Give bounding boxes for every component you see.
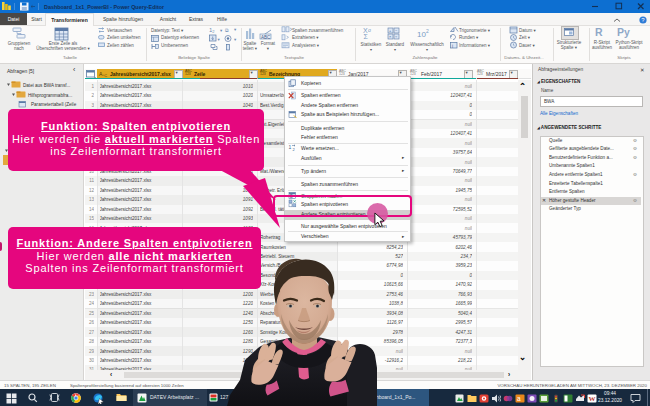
svg-text:σ: σ [368, 27, 372, 33]
svg-text:Σ: Σ [364, 33, 369, 40]
svg-text:2: 2 [426, 28, 429, 34]
svg-text:12: 12 [209, 27, 215, 34]
svg-text:W: W [589, 395, 596, 403]
svg-text:ABC: ABC [261, 35, 271, 40]
svg-text:▾: ▾ [234, 27, 237, 32]
svg-text:i: i [452, 44, 453, 49]
svg-text:⧉: ⧉ [225, 27, 229, 33]
svg-text:▾: ▾ [220, 28, 223, 33]
svg-text:a: a [517, 395, 521, 402]
svg-text:▾: ▾ [234, 37, 237, 42]
svg-text:2: 2 [293, 147, 296, 152]
svg-text:▾: ▾ [218, 37, 221, 42]
